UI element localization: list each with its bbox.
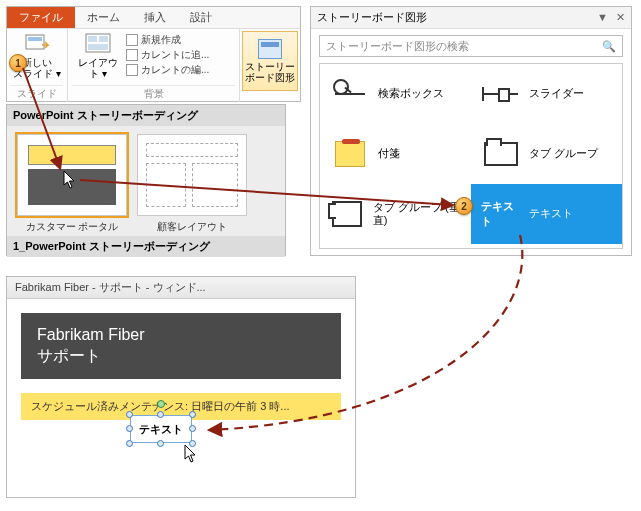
doc-icon bbox=[126, 64, 138, 76]
banner-line2: サポート bbox=[37, 346, 325, 367]
tab-file[interactable]: ファイル bbox=[7, 7, 75, 28]
step-badge-1: 1 bbox=[9, 54, 27, 72]
chevron-down-icon[interactable]: ▼ bbox=[597, 11, 608, 24]
storyboard-shapes-button[interactable]: ストーリーボード図形 bbox=[242, 31, 298, 91]
pane-title-bar: ストーリーボード図形 ▼ ✕ bbox=[311, 7, 631, 29]
storyboard-shapes-icon bbox=[258, 39, 282, 59]
thumbnails-title: PowerPoint ストーリーボーディング bbox=[7, 105, 285, 126]
group-background-label: 背景 bbox=[72, 85, 235, 102]
shape-list: 検索ボックス スライダー 付箋 タブ グループ タブ グループ (垂直) テキス… bbox=[319, 63, 623, 249]
inserted-text-shape[interactable]: テキスト bbox=[130, 415, 192, 443]
layout-label: レイアウト ▾ bbox=[74, 57, 122, 79]
resize-handle[interactable] bbox=[126, 440, 133, 447]
doc-icon bbox=[126, 34, 138, 46]
banner-line1: Fabrikam Fiber bbox=[37, 325, 325, 346]
pane-title: ストーリーボード図形 bbox=[317, 10, 427, 25]
doc-icon bbox=[126, 49, 138, 61]
resize-handle[interactable] bbox=[189, 411, 196, 418]
resize-handle[interactable] bbox=[157, 440, 164, 447]
preview-banner: Fabrikam Fiber サポート bbox=[21, 313, 341, 379]
resize-handle[interactable] bbox=[189, 425, 196, 432]
step-badge-2: 2 bbox=[455, 197, 473, 215]
thumbnail-customer-portal[interactable]: カスタマー ポータル bbox=[17, 134, 127, 234]
storyboard-shapes-pane: ストーリーボード図形 ▼ ✕ ストーリーボード図形の検索 🔍 検索ボックス スラ… bbox=[310, 6, 632, 256]
preview-window: Fabrikam Fiber - サポート - ウィンド... Fabrikam… bbox=[6, 276, 356, 498]
shape-slider[interactable]: スライダー bbox=[471, 64, 622, 124]
resize-handle[interactable] bbox=[126, 411, 133, 418]
ribbon: ファイル ホーム 挿入 設計 新しい スライド ▾ スライド レイアウト ▾ bbox=[6, 6, 301, 102]
resize-handle[interactable] bbox=[157, 411, 164, 418]
thumbnails-footer: 1_PowerPoint ストーリーボーディング bbox=[7, 236, 285, 257]
preview-title: Fabrikam Fiber - サポート - ウィンド... bbox=[7, 277, 355, 299]
layout-button[interactable]: レイアウト ▾ bbox=[72, 31, 124, 79]
storyboard-shapes-label: ストーリーボード図形 bbox=[243, 61, 297, 83]
svg-rect-1 bbox=[28, 37, 42, 41]
shape-vtabgroup[interactable]: タブ グループ (垂直) bbox=[320, 184, 471, 244]
tabgroup-icon bbox=[484, 142, 518, 166]
text-shape-label: テキスト bbox=[139, 422, 183, 437]
bg-addcurrent-button[interactable]: カレントに追... bbox=[126, 48, 209, 62]
group-sbshape: ストーリーボード図形 bbox=[240, 29, 300, 102]
shape-tabgroup[interactable]: タブ グループ bbox=[471, 124, 622, 184]
ribbon-tabs: ファイル ホーム 挿入 設計 bbox=[7, 7, 300, 29]
thumbnail-caption: 顧客レイアウト bbox=[157, 220, 227, 234]
shape-text[interactable]: テキスト テキスト bbox=[471, 184, 622, 244]
tab-insert[interactable]: 挿入 bbox=[132, 7, 178, 28]
bg-editcurrent-button[interactable]: カレントの編... bbox=[126, 63, 209, 77]
search-icon: 🔍 bbox=[602, 40, 616, 53]
searchbox-icon bbox=[335, 93, 365, 95]
thumbnail-caption: カスタマー ポータル bbox=[26, 220, 119, 234]
layout-icon bbox=[85, 33, 111, 55]
thumbnail-frame bbox=[17, 134, 127, 216]
svg-rect-4 bbox=[99, 36, 108, 42]
resize-handle[interactable] bbox=[189, 440, 196, 447]
thumbnails-panel: PowerPoint ストーリーボーディング カスタマー ポータル 顧客レイアウ… bbox=[6, 104, 286, 256]
shape-sticky[interactable]: 付箋 bbox=[320, 124, 471, 184]
thumbnail-customer-layout[interactable]: 顧客レイアウト bbox=[137, 134, 247, 234]
group-background: レイアウト ▾ 新規作成 カレントに追... カレントの編... 背景 bbox=[68, 29, 240, 102]
vtabgroup-icon bbox=[332, 201, 362, 227]
rotate-handle[interactable] bbox=[157, 400, 165, 408]
bg-new-button[interactable]: 新規作成 bbox=[126, 33, 209, 47]
tab-design[interactable]: 設計 bbox=[178, 7, 224, 28]
ribbon-body: 新しい スライド ▾ スライド レイアウト ▾ 新規作成 カレントに追... カ… bbox=[7, 29, 300, 102]
svg-rect-5 bbox=[88, 44, 108, 50]
svg-rect-3 bbox=[88, 36, 97, 42]
background-items: 新規作成 カレントに追... カレントの編... bbox=[126, 31, 209, 77]
shape-searchbox[interactable]: 検索ボックス bbox=[320, 64, 471, 124]
sticky-icon bbox=[335, 141, 365, 167]
resize-handle[interactable] bbox=[126, 425, 133, 432]
text-icon: テキスト bbox=[481, 199, 521, 229]
slider-icon bbox=[484, 93, 518, 95]
group-slide-label: スライド bbox=[11, 85, 63, 102]
tab-home[interactable]: ホーム bbox=[75, 7, 132, 28]
shape-search-input[interactable]: ストーリーボード図形の検索 🔍 bbox=[319, 35, 623, 57]
thumbnail-frame bbox=[137, 134, 247, 216]
search-placeholder: ストーリーボード図形の検索 bbox=[326, 39, 469, 54]
new-slide-icon bbox=[24, 33, 50, 55]
close-icon[interactable]: ✕ bbox=[616, 11, 625, 24]
